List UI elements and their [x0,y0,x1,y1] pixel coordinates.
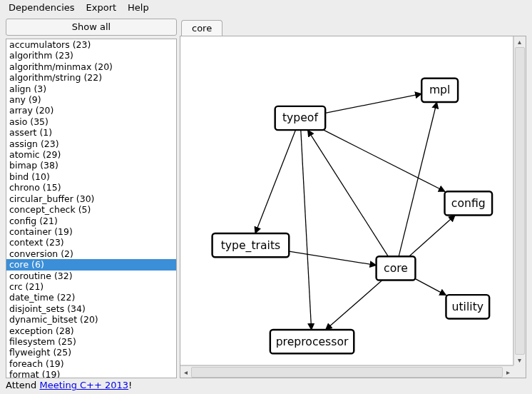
edge-core-typeof [308,130,389,256]
node-config[interactable]: config [445,191,493,215]
edge-core-utility [415,279,446,296]
list-item[interactable]: crc (21) [6,281,176,292]
graph-vertical-scrollbar[interactable]: ▴ ▾ [513,36,526,365]
edge-typeof-type_traits [255,130,296,233]
menubar: Dependencies Export Help [0,0,532,16]
node-label: type_traits [221,238,281,253]
list-item[interactable]: format (19) [6,369,176,378]
graph-horizontal-scrollbar[interactable]: ◂ ▸ [180,365,513,378]
status-bar: Attend Meeting C++ 2013! [0,378,532,394]
list-item[interactable]: chrono (15) [6,182,176,193]
list-item[interactable]: flyweight (25) [6,347,176,358]
list-item[interactable]: foreach (19) [6,358,176,369]
list-item[interactable]: dynamic_bitset (20) [6,314,176,325]
list-item[interactable]: disjoint_sets (34) [6,303,176,314]
body: Show all accumulators (23)algorithm (23)… [0,16,532,378]
node-label: core [384,261,408,275]
node-label: config [451,196,486,210]
list-item[interactable]: asio (35) [6,116,176,127]
list-item[interactable]: concept_check (5) [6,204,176,215]
node-type_traits[interactable]: type_traits [213,233,290,257]
library-list-frame: accumulators (23)algorithm (23)algorithm… [6,39,177,378]
list-item[interactable]: context (23) [6,237,176,248]
edge-typeof-mpl [325,94,421,113]
node-label: utility [452,300,484,313]
edge-core-preprocessor [326,281,382,330]
node-mpl[interactable]: mpl [421,79,458,102]
list-item[interactable]: align (3) [6,84,176,94]
node-core[interactable]: core [377,256,416,280]
node-typeof[interactable]: typeof [275,106,325,130]
status-prefix: Attend [6,380,39,390]
list-item[interactable]: filesystem (25) [6,336,176,347]
scroll-left-icon[interactable]: ◂ [180,367,191,378]
list-item[interactable]: conversion (2) [6,248,176,259]
scroll-right-icon[interactable]: ▸ [503,367,513,378]
list-item[interactable]: bimap (38) [6,160,176,171]
graph-canvas[interactable]: typeofmplconfigcoreutilitytype_traitspre… [180,36,513,365]
list-item[interactable]: circular_buffer (30) [6,193,176,204]
node-utility[interactable]: utility [446,295,489,318]
list-item[interactable]: core (6) [6,259,176,270]
hscroll-track[interactable] [191,367,503,378]
app-root: Dependencies Export Help Show all accumu… [0,0,532,394]
menu-dependencies[interactable]: Dependencies [4,1,79,14]
menu-help[interactable]: Help [123,1,153,14]
edge-typeof-preprocessor [301,130,312,330]
show-all-button[interactable]: Show all [6,19,177,36]
list-item[interactable]: bind (10) [6,171,176,182]
list-item[interactable]: coroutine (32) [6,271,176,281]
menu-export[interactable]: Export [82,1,121,14]
list-item[interactable]: array (20) [6,105,176,116]
list-item[interactable]: algorithm/minmax (20) [6,61,176,72]
list-item[interactable]: any (9) [6,94,176,105]
vscroll-track[interactable] [515,47,525,355]
list-item[interactable]: exception (28) [6,325,176,336]
list-item[interactable]: atomic (29) [6,149,176,160]
list-item[interactable]: config (21) [6,216,176,226]
node-label: preprocessor [276,335,349,348]
scroll-down-icon[interactable]: ▾ [514,355,525,365]
graph-frame: typeofmplconfigcoreutilitytype_traitspre… [180,36,526,378]
tab-core[interactable]: core [181,20,222,36]
edge-type_traits-core [289,251,376,265]
list-item[interactable]: date_time (22) [6,292,176,303]
status-link[interactable]: Meeting C++ 2013 [39,380,128,390]
list-item[interactable]: algorithm (23) [6,50,176,61]
tab-bar: core [180,19,526,36]
node-label: typeof [282,111,319,124]
list-item[interactable]: container (19) [6,226,176,237]
scroll-up-icon[interactable]: ▴ [514,36,525,47]
list-item[interactable]: assign (23) [6,138,176,149]
right-panel: core typeofmplconfigcoreutilitytype_trai… [180,19,526,378]
list-item[interactable]: assert (1) [6,127,176,138]
library-list[interactable]: accumulators (23)algorithm (23)algorithm… [6,39,176,378]
node-preprocessor[interactable]: preprocessor [270,330,354,353]
list-item[interactable]: algorithm/string (22) [6,72,176,83]
edge-core-config [409,216,456,257]
status-suffix: ! [128,380,132,390]
list-item[interactable]: accumulators (23) [6,39,176,50]
node-label: mpl [429,83,451,96]
edge-core-mpl [399,102,436,256]
edge-typeof-config [324,130,445,191]
left-panel: Show all accumulators (23)algorithm (23)… [6,19,177,378]
